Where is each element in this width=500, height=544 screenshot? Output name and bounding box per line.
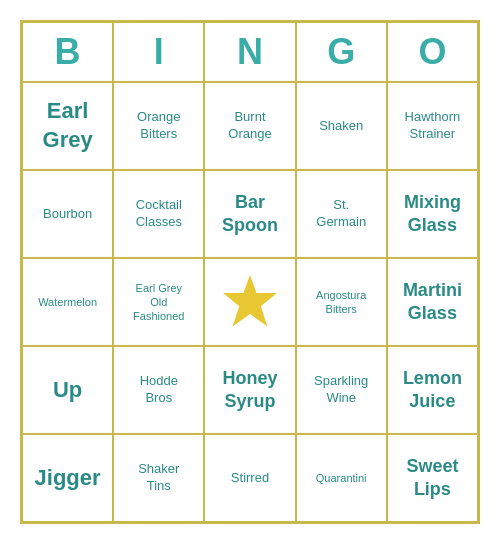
- bingo-cell: Shaker Tins: [113, 434, 204, 522]
- bingo-cell: Earl Grey: [22, 82, 113, 170]
- cell-text: Up: [53, 376, 82, 405]
- cell-text: Martini Glass: [403, 279, 462, 326]
- bingo-cell: Angostura Bitters: [296, 258, 387, 346]
- cell-text: Mixing Glass: [404, 191, 461, 238]
- header-letter: B: [22, 22, 113, 82]
- bingo-cell: Quarantini: [296, 434, 387, 522]
- cell-text: Watermelon: [38, 295, 97, 309]
- cell-text: Sparkling Wine: [314, 373, 368, 407]
- bingo-cell: Honey Syrup: [204, 346, 295, 434]
- cell-text: St. Germain: [316, 197, 366, 231]
- bingo-cell: [204, 258, 295, 346]
- bingo-card: BINGO Earl GreyOrange BittersBurnt Orang…: [20, 20, 480, 524]
- cell-text: Cocktail Classes: [136, 197, 182, 231]
- cell-text: Quarantini: [316, 471, 367, 485]
- bingo-header: BINGO: [22, 22, 478, 82]
- bingo-grid: Earl GreyOrange BittersBurnt OrangeShake…: [22, 82, 478, 522]
- bingo-cell: Martini Glass: [387, 258, 478, 346]
- cell-text: Shaken: [319, 118, 363, 135]
- bingo-cell: Orange Bitters: [113, 82, 204, 170]
- svg-marker-0: [223, 275, 277, 327]
- cell-text: Jigger: [35, 464, 101, 493]
- bingo-cell: Earl Grey Old Fashioned: [113, 258, 204, 346]
- bingo-cell: Jigger: [22, 434, 113, 522]
- bingo-cell: Hawthorn Strainer: [387, 82, 478, 170]
- star-icon: [220, 272, 280, 332]
- bingo-cell: Watermelon: [22, 258, 113, 346]
- bingo-cell: Sparkling Wine: [296, 346, 387, 434]
- bingo-cell: Mixing Glass: [387, 170, 478, 258]
- bingo-cell: Bourbon: [22, 170, 113, 258]
- header-letter: G: [296, 22, 387, 82]
- cell-text: Hawthorn Strainer: [405, 109, 461, 143]
- bingo-cell: St. Germain: [296, 170, 387, 258]
- cell-text: Earl Grey Old Fashioned: [133, 281, 184, 324]
- cell-text: Stirred: [231, 470, 269, 487]
- cell-text: Lemon Juice: [403, 367, 462, 414]
- cell-text: Bar Spoon: [222, 191, 278, 238]
- bingo-cell: Burnt Orange: [204, 82, 295, 170]
- cell-text: Shaker Tins: [138, 461, 179, 495]
- cell-text: Sweet Lips: [406, 455, 458, 502]
- cell-text: Honey Syrup: [222, 367, 277, 414]
- cell-text: Earl Grey: [43, 97, 93, 154]
- header-letter: I: [113, 22, 204, 82]
- cell-text: Angostura Bitters: [316, 288, 366, 317]
- header-letter: N: [204, 22, 295, 82]
- cell-text: Orange Bitters: [137, 109, 180, 143]
- bingo-cell: Lemon Juice: [387, 346, 478, 434]
- cell-text: Hodde Bros: [140, 373, 178, 407]
- bingo-cell: Cocktail Classes: [113, 170, 204, 258]
- bingo-cell: Bar Spoon: [204, 170, 295, 258]
- cell-text: Burnt Orange: [228, 109, 271, 143]
- bingo-cell: Sweet Lips: [387, 434, 478, 522]
- cell-text: Bourbon: [43, 206, 92, 223]
- bingo-cell: Hodde Bros: [113, 346, 204, 434]
- bingo-cell: Up: [22, 346, 113, 434]
- bingo-cell: Shaken: [296, 82, 387, 170]
- bingo-cell: Stirred: [204, 434, 295, 522]
- header-letter: O: [387, 22, 478, 82]
